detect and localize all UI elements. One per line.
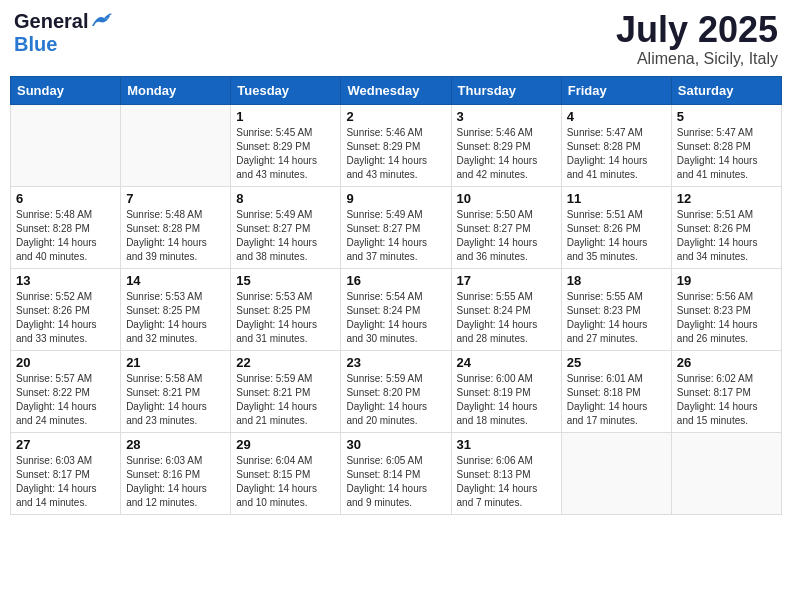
calendar-cell: 26Sunrise: 6:02 AM Sunset: 8:17 PM Dayli… (671, 350, 781, 432)
calendar-cell: 2Sunrise: 5:46 AM Sunset: 8:29 PM Daylig… (341, 104, 451, 186)
week-row-4: 20Sunrise: 5:57 AM Sunset: 8:22 PM Dayli… (11, 350, 782, 432)
day-number: 14 (126, 273, 225, 288)
calendar-cell: 31Sunrise: 6:06 AM Sunset: 8:13 PM Dayli… (451, 432, 561, 514)
day-info: Sunrise: 6:00 AM Sunset: 8:19 PM Dayligh… (457, 372, 556, 428)
day-info: Sunrise: 5:51 AM Sunset: 8:26 PM Dayligh… (567, 208, 666, 264)
day-info: Sunrise: 5:46 AM Sunset: 8:29 PM Dayligh… (346, 126, 445, 182)
calendar-cell: 23Sunrise: 5:59 AM Sunset: 8:20 PM Dayli… (341, 350, 451, 432)
calendar-cell: 19Sunrise: 5:56 AM Sunset: 8:23 PM Dayli… (671, 268, 781, 350)
day-number: 11 (567, 191, 666, 206)
day-number: 27 (16, 437, 115, 452)
calendar-cell: 10Sunrise: 5:50 AM Sunset: 8:27 PM Dayli… (451, 186, 561, 268)
calendar-cell: 14Sunrise: 5:53 AM Sunset: 8:25 PM Dayli… (121, 268, 231, 350)
column-header-thursday: Thursday (451, 76, 561, 104)
day-info: Sunrise: 5:49 AM Sunset: 8:27 PM Dayligh… (346, 208, 445, 264)
calendar-header-row: SundayMondayTuesdayWednesdayThursdayFrid… (11, 76, 782, 104)
day-number: 12 (677, 191, 776, 206)
logo-general: General (14, 10, 88, 33)
week-row-2: 6Sunrise: 5:48 AM Sunset: 8:28 PM Daylig… (11, 186, 782, 268)
column-header-wednesday: Wednesday (341, 76, 451, 104)
day-info: Sunrise: 5:46 AM Sunset: 8:29 PM Dayligh… (457, 126, 556, 182)
calendar-cell: 29Sunrise: 6:04 AM Sunset: 8:15 PM Dayli… (231, 432, 341, 514)
day-info: Sunrise: 5:55 AM Sunset: 8:23 PM Dayligh… (567, 290, 666, 346)
day-number: 3 (457, 109, 556, 124)
day-number: 24 (457, 355, 556, 370)
calendar-cell: 1Sunrise: 5:45 AM Sunset: 8:29 PM Daylig… (231, 104, 341, 186)
month-year-title: July 2025 (616, 10, 778, 50)
calendar-cell: 6Sunrise: 5:48 AM Sunset: 8:28 PM Daylig… (11, 186, 121, 268)
day-number: 22 (236, 355, 335, 370)
day-number: 6 (16, 191, 115, 206)
day-number: 1 (236, 109, 335, 124)
day-info: Sunrise: 5:53 AM Sunset: 8:25 PM Dayligh… (126, 290, 225, 346)
week-row-5: 27Sunrise: 6:03 AM Sunset: 8:17 PM Dayli… (11, 432, 782, 514)
day-number: 20 (16, 355, 115, 370)
calendar-cell (11, 104, 121, 186)
calendar-cell: 13Sunrise: 5:52 AM Sunset: 8:26 PM Dayli… (11, 268, 121, 350)
day-number: 5 (677, 109, 776, 124)
column-header-tuesday: Tuesday (231, 76, 341, 104)
calendar-cell: 9Sunrise: 5:49 AM Sunset: 8:27 PM Daylig… (341, 186, 451, 268)
day-info: Sunrise: 5:56 AM Sunset: 8:23 PM Dayligh… (677, 290, 776, 346)
day-info: Sunrise: 6:02 AM Sunset: 8:17 PM Dayligh… (677, 372, 776, 428)
day-number: 16 (346, 273, 445, 288)
day-info: Sunrise: 5:49 AM Sunset: 8:27 PM Dayligh… (236, 208, 335, 264)
column-header-saturday: Saturday (671, 76, 781, 104)
day-number: 2 (346, 109, 445, 124)
column-header-friday: Friday (561, 76, 671, 104)
calendar-cell: 4Sunrise: 5:47 AM Sunset: 8:28 PM Daylig… (561, 104, 671, 186)
day-info: Sunrise: 6:04 AM Sunset: 8:15 PM Dayligh… (236, 454, 335, 510)
calendar-cell: 22Sunrise: 5:59 AM Sunset: 8:21 PM Dayli… (231, 350, 341, 432)
day-number: 29 (236, 437, 335, 452)
day-number: 10 (457, 191, 556, 206)
day-number: 21 (126, 355, 225, 370)
day-info: Sunrise: 5:53 AM Sunset: 8:25 PM Dayligh… (236, 290, 335, 346)
day-info: Sunrise: 5:57 AM Sunset: 8:22 PM Dayligh… (16, 372, 115, 428)
calendar-cell: 21Sunrise: 5:58 AM Sunset: 8:21 PM Dayli… (121, 350, 231, 432)
location-subtitle: Alimena, Sicily, Italy (616, 50, 778, 68)
logo-bird-icon (90, 12, 112, 30)
calendar-cell (561, 432, 671, 514)
page-header: General Blue July 2025 Alimena, Sicily, … (10, 10, 782, 68)
day-number: 19 (677, 273, 776, 288)
calendar-cell: 7Sunrise: 5:48 AM Sunset: 8:28 PM Daylig… (121, 186, 231, 268)
day-number: 7 (126, 191, 225, 206)
day-info: Sunrise: 6:03 AM Sunset: 8:16 PM Dayligh… (126, 454, 225, 510)
day-info: Sunrise: 5:45 AM Sunset: 8:29 PM Dayligh… (236, 126, 335, 182)
day-info: Sunrise: 5:50 AM Sunset: 8:27 PM Dayligh… (457, 208, 556, 264)
calendar-cell (121, 104, 231, 186)
calendar-cell: 28Sunrise: 6:03 AM Sunset: 8:16 PM Dayli… (121, 432, 231, 514)
day-info: Sunrise: 5:48 AM Sunset: 8:28 PM Dayligh… (126, 208, 225, 264)
day-number: 13 (16, 273, 115, 288)
day-number: 23 (346, 355, 445, 370)
day-number: 26 (677, 355, 776, 370)
day-number: 31 (457, 437, 556, 452)
day-info: Sunrise: 5:59 AM Sunset: 8:20 PM Dayligh… (346, 372, 445, 428)
day-number: 15 (236, 273, 335, 288)
calendar-cell: 24Sunrise: 6:00 AM Sunset: 8:19 PM Dayli… (451, 350, 561, 432)
calendar-cell: 16Sunrise: 5:54 AM Sunset: 8:24 PM Dayli… (341, 268, 451, 350)
day-number: 17 (457, 273, 556, 288)
calendar-cell: 25Sunrise: 6:01 AM Sunset: 8:18 PM Dayli… (561, 350, 671, 432)
day-info: Sunrise: 6:05 AM Sunset: 8:14 PM Dayligh… (346, 454, 445, 510)
calendar-cell: 3Sunrise: 5:46 AM Sunset: 8:29 PM Daylig… (451, 104, 561, 186)
day-info: Sunrise: 5:47 AM Sunset: 8:28 PM Dayligh… (567, 126, 666, 182)
day-info: Sunrise: 6:01 AM Sunset: 8:18 PM Dayligh… (567, 372, 666, 428)
calendar-cell: 20Sunrise: 5:57 AM Sunset: 8:22 PM Dayli… (11, 350, 121, 432)
calendar-cell (671, 432, 781, 514)
calendar-cell: 17Sunrise: 5:55 AM Sunset: 8:24 PM Dayli… (451, 268, 561, 350)
day-info: Sunrise: 5:51 AM Sunset: 8:26 PM Dayligh… (677, 208, 776, 264)
calendar-cell: 15Sunrise: 5:53 AM Sunset: 8:25 PM Dayli… (231, 268, 341, 350)
calendar-cell: 18Sunrise: 5:55 AM Sunset: 8:23 PM Dayli… (561, 268, 671, 350)
day-info: Sunrise: 5:48 AM Sunset: 8:28 PM Dayligh… (16, 208, 115, 264)
day-number: 28 (126, 437, 225, 452)
calendar-cell: 11Sunrise: 5:51 AM Sunset: 8:26 PM Dayli… (561, 186, 671, 268)
calendar-cell: 5Sunrise: 5:47 AM Sunset: 8:28 PM Daylig… (671, 104, 781, 186)
day-info: Sunrise: 5:54 AM Sunset: 8:24 PM Dayligh… (346, 290, 445, 346)
day-info: Sunrise: 5:52 AM Sunset: 8:26 PM Dayligh… (16, 290, 115, 346)
day-info: Sunrise: 5:55 AM Sunset: 8:24 PM Dayligh… (457, 290, 556, 346)
week-row-1: 1Sunrise: 5:45 AM Sunset: 8:29 PM Daylig… (11, 104, 782, 186)
day-info: Sunrise: 6:03 AM Sunset: 8:17 PM Dayligh… (16, 454, 115, 510)
day-info: Sunrise: 5:58 AM Sunset: 8:21 PM Dayligh… (126, 372, 225, 428)
day-number: 9 (346, 191, 445, 206)
